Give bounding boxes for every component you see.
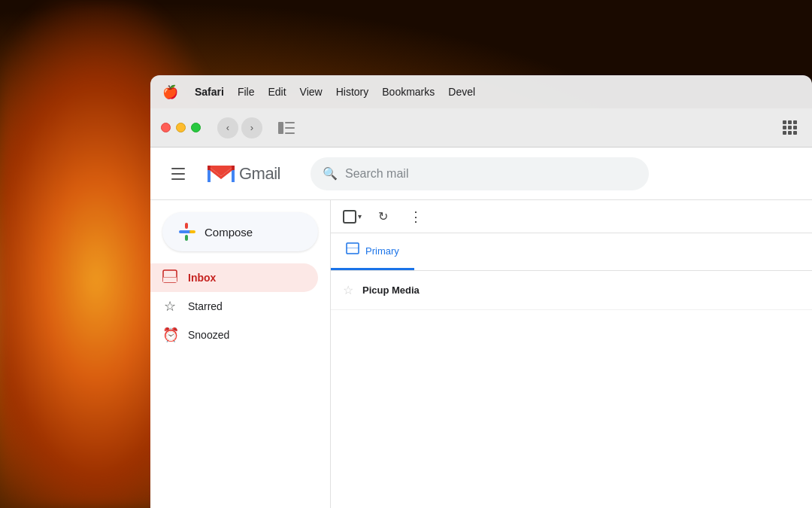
forward-arrow-icon: › [250,122,253,133]
email-row[interactable]: ☆ Picup Media [331,271,812,310]
search-icon: 🔍 [323,166,338,181]
svg-rect-10 [347,248,359,248]
browser-toolbar: ‹ › [150,108,812,148]
gmail-header: Gmail 🔍 Search mail [150,148,812,200]
snoozed-label: Snoozed [188,329,229,341]
sidebar-item-starred[interactable]: ☆ Starred [150,292,318,321]
refresh-icon: ↻ [378,209,388,224]
svg-rect-5 [232,166,235,170]
primary-tab-label: Primary [365,245,399,257]
primary-tab-icon [346,242,359,259]
search-placeholder-text: Search mail [345,167,408,181]
select-all-checkbox[interactable]: ▾ [343,210,362,224]
compose-plus-icon [177,223,195,241]
gmail-body: Compose Inbox ☆ [150,200,812,508]
svg-rect-4 [208,166,211,170]
menu-bookmarks[interactable]: Bookmarks [382,86,435,98]
apple-logo-icon[interactable]: 🍎 [162,84,178,100]
more-options-button[interactable]: ⋮ [404,205,428,229]
compose-label: Compose [205,226,253,239]
menu-file[interactable]: File [238,86,255,98]
back-button[interactable]: ‹ [217,117,238,138]
laptop-frame: 🍎 Safari File Edit View History Bookmark… [150,0,812,508]
back-arrow-icon: ‹ [226,122,229,133]
sidebar-item-snoozed[interactable]: ⏰ Snoozed [150,321,318,349]
gmail-sidebar: Compose Inbox ☆ [150,200,331,508]
sidebar-toggle-button[interactable] [274,117,298,138]
chevron-down-icon: ▾ [358,212,362,221]
menu-view[interactable]: View [300,86,323,98]
sidebar-bar-2 [285,127,295,129]
sidebar-item-inbox[interactable]: Inbox [150,263,318,292]
menu-safari[interactable]: Safari [195,86,224,98]
nav-arrows: ‹ › [217,117,262,138]
hamburger-bar-1 [171,168,185,169]
browser-window: ‹ › [150,108,812,508]
email-toolbar: ▾ ↻ ⋮ [331,200,812,233]
email-sender: Picup Media [362,284,453,296]
tab-primary[interactable]: Primary [331,233,414,270]
menu-edit[interactable]: Edit [268,86,286,98]
gmail-m-logo-icon [206,163,236,185]
gmail-main: ▾ ↻ ⋮ [331,200,812,508]
search-bar[interactable]: 🔍 Search mail [311,157,649,190]
sidebar-toggle-icon [278,122,295,134]
email-star-icon[interactable]: ☆ [343,283,353,297]
minimize-button[interactable] [176,123,186,132]
hamburger-bar-3 [171,178,185,180]
apps-grid-button[interactable] [777,116,801,140]
grid-icon [783,120,797,135]
sidebar-bar-1 [285,122,295,123]
email-list: ☆ Picup Media [331,271,812,508]
starred-icon: ☆ [162,298,177,315]
svg-rect-9 [347,243,359,254]
starred-label: Starred [188,300,223,312]
more-dots-icon: ⋮ [409,208,423,225]
hamburger-menu-button[interactable] [165,162,191,186]
refresh-button[interactable]: ↻ [371,205,395,229]
inbox-icon [162,269,177,287]
traffic-lights [161,123,201,132]
hamburger-bar-2 [171,173,185,175]
compose-button[interactable]: Compose [162,212,318,251]
inbox-label: Inbox [188,272,216,284]
checkbox-icon [343,210,356,224]
gmail-wordmark: Gmail [239,164,280,184]
forward-button[interactable]: › [241,117,262,138]
svg-rect-7 [163,277,177,282]
gmail-logo: Gmail [206,163,280,185]
close-button[interactable] [161,123,171,132]
menu-develop[interactable]: Devel [448,86,475,98]
menu-history[interactable]: History [336,86,369,98]
macos-menubar: 🍎 Safari File Edit View History Bookmark… [150,75,812,108]
svg-rect-8 [163,277,177,278]
sidebar-bar-3 [285,132,295,134]
inbox-tabs: Primary [331,233,812,271]
gmail-area: Gmail 🔍 Search mail [150,148,812,508]
snoozed-icon: ⏰ [162,327,177,343]
maximize-button[interactable] [191,123,201,132]
